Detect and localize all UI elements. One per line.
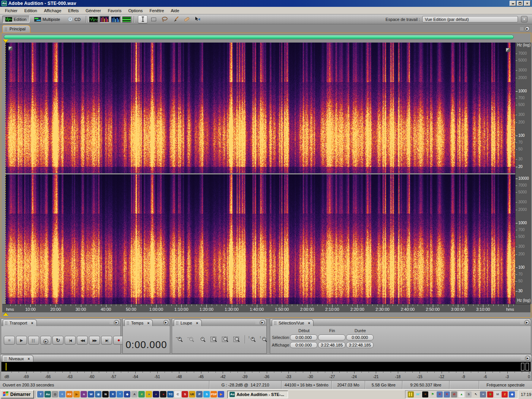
scrub-tool[interactable] (193, 15, 203, 23)
transport-go-end-button[interactable]: ▶| (101, 336, 112, 345)
ql-ue-icon[interactable]: UE (189, 391, 195, 397)
menu-generer[interactable]: Générer (82, 7, 104, 14)
ql-star-icon[interactable]: * (117, 391, 123, 397)
ql-globe-gold-icon[interactable]: ● (146, 391, 152, 397)
panel-menu-button[interactable]: ▶ (525, 26, 530, 31)
ql-folder-icon[interactable]: ▶ (73, 391, 80, 397)
panel-menu-button[interactable]: ▶ (524, 320, 529, 325)
tab-temps[interactable]: Temps × (124, 319, 153, 326)
spectral-phase-view-icon[interactable] (111, 16, 120, 23)
close-icon[interactable]: × (147, 321, 149, 325)
ql-calculator-icon[interactable]: ≡ (59, 391, 65, 397)
ql-planet-icon[interactable]: ◉ (95, 391, 101, 397)
ql-ribbon-icon[interactable]: ◆ (124, 391, 130, 397)
menu-aide[interactable]: Aide (168, 7, 183, 14)
mode-button-multipiste[interactable]: Multipiste (31, 16, 63, 23)
chevron-down-icon[interactable]: ▼ (521, 16, 527, 22)
field-affichage-fin[interactable]: 3:22:48.185 (318, 342, 345, 348)
effects-paintbrush-tool[interactable] (171, 15, 180, 23)
ql-compass-icon[interactable]: C (174, 391, 181, 397)
panel-menu-button[interactable]: ▶ (114, 320, 119, 325)
maximize-button[interactable] (517, 1, 523, 6)
corner-handle-icon[interactable] (8, 46, 13, 51)
transport-fast-forward-button[interactable]: ▶▶ (89, 336, 100, 345)
tray-network-2-icon[interactable]: ✕ (444, 391, 450, 397)
ql-tc-icon[interactable]: TC (167, 391, 174, 397)
loupe-zoom-in-vertical-button[interactable]: ↕+ (248, 336, 258, 344)
time-ruler[interactable]: 10:0020:0030:0040:0050:001:00:001:10:001… (2, 304, 530, 312)
loupe-zoom-out-full-button[interactable]: − (198, 336, 208, 344)
ql-tablet-icon[interactable]: T (37, 391, 44, 397)
ql-chart-icon[interactable]: # (138, 391, 145, 397)
tray-scanner-icon[interactable]: S (466, 391, 472, 397)
tab-niveaux[interactable]: Niveaux × (2, 355, 33, 362)
panel-menu-button[interactable]: ▶ (260, 320, 265, 325)
ql-camera-icon[interactable]: ◎ (52, 391, 58, 397)
tab-selection-vue[interactable]: Sélection/Vue × (272, 319, 314, 326)
ql-onenote-icon[interactable]: n (81, 391, 87, 397)
level-meter[interactable] (1, 362, 531, 372)
tray-network-1-icon[interactable]: ✕ (437, 391, 443, 397)
spectral-pan-view-icon[interactable] (122, 16, 131, 23)
panel-menu-button[interactable]: ▶ (525, 356, 530, 361)
workspace-combo[interactable]: Vue Edition (par défaut) (422, 16, 518, 22)
tray-blocked-icon[interactable]: Ø (451, 391, 457, 397)
tray-shield-icon[interactable]: ◆ (509, 391, 515, 397)
loupe-zoom-in-selection-left-button[interactable] (220, 336, 231, 344)
tray-temperature[interactable]: 36° (415, 391, 421, 397)
loupe-zoom-out-vertical-button[interactable]: ↕− (259, 336, 269, 344)
corner-handle-icon[interactable] (506, 48, 510, 52)
mode-button-cd[interactable]: CD (65, 16, 84, 23)
ql-rx-icon[interactable]: RX (66, 391, 73, 397)
close-icon[interactable]: × (196, 321, 198, 325)
ql-media-icon[interactable]: ▶ (218, 391, 224, 397)
ql-notepad-icon[interactable]: N (102, 391, 109, 397)
menu-fenetre[interactable]: Fenêtre (146, 7, 168, 14)
loupe-zoom-in-horizontal-button[interactable]: ↔+ (175, 336, 185, 344)
close-icon[interactable]: × (28, 357, 30, 361)
transport-play-spool-button[interactable]: ▶ (40, 336, 51, 345)
field-affichage-duree[interactable]: 3:22:48.185 (346, 342, 374, 348)
minimize-button[interactable] (510, 1, 516, 6)
tray-pause-icon[interactable]: ▌▌ (408, 391, 414, 397)
tab-principal[interactable]: Principal (2, 25, 30, 33)
tray-s-green-icon[interactable]: S (487, 391, 493, 397)
menu-effets[interactable]: Effets (65, 7, 82, 14)
ql-word-icon[interactable]: W (88, 391, 94, 397)
marquee-selection-tool[interactable] (149, 15, 158, 23)
field-selection-duree[interactable]: 0:00.000 (346, 334, 374, 340)
taskbar-task-button[interactable]: Au Adobe Audition - STE-... (227, 391, 288, 398)
transport-play-button[interactable]: ▶ (16, 336, 27, 345)
playhead-marker-top[interactable] (3, 40, 8, 43)
transport-go-start-button[interactable]: |◀ (65, 336, 76, 345)
clip-indicator[interactable] (526, 363, 529, 370)
field-selection-fin[interactable] (318, 334, 345, 340)
clip-indicator[interactable] (521, 363, 524, 370)
menu-fichier[interactable]: Fichier (2, 7, 21, 14)
menu-favoris[interactable]: Favoris (104, 7, 125, 14)
spectral-frequency-view-icon[interactable] (100, 16, 109, 23)
tray-stack-icon[interactable]: ≡ (422, 391, 428, 397)
close-button[interactable]: × (524, 1, 530, 6)
tray-mouse-icon[interactable]: M (494, 391, 500, 397)
tray-pointer-icon[interactable]: ↖ (473, 391, 479, 397)
mode-button-edition[interactable]: Edition (2, 16, 30, 23)
horizontal-range-scrollbar[interactable] (4, 35, 514, 39)
tab-transport[interactable]: Transport × (3, 319, 37, 326)
tray-lightning-icon[interactable]: Z (502, 391, 508, 397)
lasso-selection-tool[interactable] (160, 15, 169, 23)
ql-x-icon[interactable]: ✕ (109, 391, 116, 397)
time-selection-tool[interactable] (138, 15, 147, 23)
transport-rewind-button[interactable]: ◀◀ (77, 336, 88, 345)
spot-healing-brush-tool[interactable] (182, 15, 192, 23)
frequency-ruler[interactable]: Hz (log)70005000300020001000700500300200… (515, 43, 531, 304)
menu-options[interactable]: Options (125, 7, 146, 14)
loupe-zoom-in-selection-right-button[interactable] (232, 336, 242, 344)
ql-sbp-icon[interactable]: S (182, 391, 188, 397)
tray-update-icon[interactable]: ▲ (458, 391, 464, 397)
waveform-view-icon[interactable] (89, 16, 98, 23)
ql-pc-icon[interactable]: P (196, 391, 203, 397)
transport-stop-button[interactable]: ■ (4, 336, 15, 345)
ql-pdf-icon[interactable]: PDF (211, 391, 217, 397)
spectrogram-canvas[interactable] (5, 43, 515, 304)
